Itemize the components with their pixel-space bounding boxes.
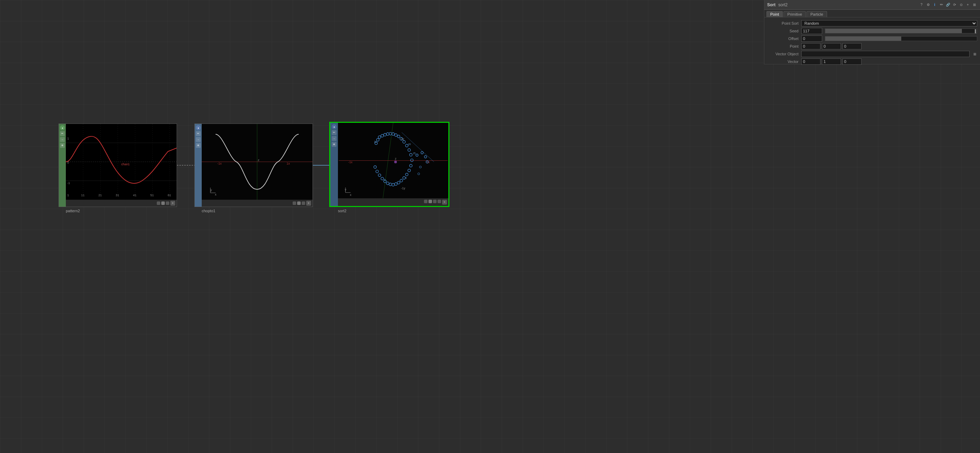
- connections-layer: [0, 0, 980, 453]
- svg-text:-1: -1: [67, 181, 70, 185]
- right-panel-title: Sort sort2 ? ⚙ i ✏ 🔗 ⟳ ⊙ + ⊞: [764, 0, 980, 10]
- pattern2-dot2[interactable]: [161, 201, 165, 205]
- panel-icon2[interactable]: 🔗: [945, 2, 951, 8]
- panel-icon3[interactable]: ⟳: [952, 2, 957, 8]
- svg-text:31: 31: [374, 141, 377, 143]
- vector-object-expand-btn[interactable]: ⊞: [972, 51, 977, 56]
- param-row-point-sort: Point Sort Random No Change Reverse Prox…: [764, 19, 980, 27]
- svg-text:0: 0: [67, 161, 69, 164]
- chopto1-waveform: -1x 1x z y x: [202, 124, 312, 200]
- param-row-vector-object: Vector Object ⊞: [764, 50, 980, 58]
- svg-text:chan1: chan1: [121, 163, 130, 166]
- param-row-point: Point: [764, 43, 980, 50]
- sort2-dot2[interactable]: [428, 200, 432, 203]
- svg-text:1: 1: [67, 193, 69, 197]
- pattern2-sidebar: ● ✏ → ⊕: [59, 124, 66, 207]
- node-sort2: ● ✏ → ⊕ -1x 1x z 1y -1y: [329, 122, 449, 207]
- vector-object-input[interactable]: [801, 51, 970, 57]
- svg-text:1: 1: [67, 137, 69, 140]
- offset-slider[interactable]: [825, 36, 977, 41]
- chopto1-btn-edit[interactable]: ✏: [196, 131, 200, 136]
- seed-slider[interactable]: [825, 29, 977, 33]
- pattern2-dot1[interactable]: [157, 201, 160, 205]
- panel-icon5[interactable]: +: [965, 2, 970, 8]
- pattern2-footer: +: [66, 200, 177, 207]
- pattern2-btn-view[interactable]: ●: [60, 125, 65, 130]
- sort2-btn-info[interactable]: ⊕: [332, 142, 337, 147]
- chopto1-footer: +: [202, 200, 312, 207]
- chopto1-sidebar: ● ✏ → ⊕: [195, 124, 202, 207]
- vector-y-input[interactable]: [822, 59, 841, 65]
- svg-text:31: 31: [116, 193, 119, 197]
- seed-label: Seed: [767, 29, 799, 33]
- chopto1-dot2[interactable]: [297, 201, 301, 205]
- chopto1-btn-view[interactable]: ●: [196, 125, 200, 130]
- vector-object-label: Vector Object: [767, 52, 799, 56]
- tab-particle[interactable]: Particle: [807, 11, 827, 17]
- chopto1-btn-info[interactable]: ⊕: [196, 143, 200, 148]
- point-x-input[interactable]: [801, 43, 821, 49]
- svg-point-87: [394, 161, 397, 163]
- panel-icon6[interactable]: ⊞: [972, 2, 977, 8]
- sort2-btn-flags[interactable]: →: [332, 136, 337, 141]
- svg-text:21: 21: [98, 193, 102, 197]
- svg-text:41: 41: [133, 193, 137, 197]
- sort2-dot3[interactable]: [433, 200, 436, 203]
- panel-help-btn[interactable]: ?: [919, 2, 924, 8]
- sort2-btn-edit[interactable]: ✏: [332, 130, 337, 135]
- panel-title-name: Sort: [767, 2, 775, 7]
- vector-label: Vector: [767, 60, 799, 64]
- svg-text:z: z: [395, 157, 396, 160]
- panel-tabs: Point Primitive Particle: [764, 10, 980, 17]
- point-sort-select[interactable]: Random No Change Reverse Proximity to Ce…: [801, 20, 977, 27]
- chopto1-dot1[interactable]: [293, 201, 296, 205]
- point-sort-label: Point Sort: [767, 21, 799, 25]
- svg-text:1x: 1x: [286, 162, 290, 165]
- vector-multi-input: [801, 59, 977, 65]
- svg-text:x: x: [350, 193, 352, 196]
- svg-text:11: 11: [81, 193, 85, 197]
- tab-primitive[interactable]: Primitive: [784, 11, 806, 17]
- offset-label: Offset: [767, 36, 799, 41]
- sort2-label: sort2: [338, 209, 346, 213]
- svg-text:-1y: -1y: [401, 187, 406, 190]
- canvas-area: ● ✏ → ⊕ 1 0: [0, 0, 980, 453]
- chopto1-btn-flags[interactable]: →: [196, 137, 200, 142]
- panel-gear-btn[interactable]: ⚙: [925, 2, 931, 8]
- point-multi-input: [801, 43, 977, 49]
- sort2-btn-view[interactable]: ●: [332, 124, 337, 129]
- chopto1-footer-controls: +: [293, 201, 311, 206]
- pattern2-btn-info[interactable]: ⊕: [60, 143, 65, 148]
- pattern2-add-btn[interactable]: +: [170, 201, 175, 206]
- chopto1-add-btn[interactable]: +: [306, 201, 311, 206]
- svg-text:-1x: -1x: [217, 162, 222, 165]
- panel-icon1[interactable]: ✏: [939, 2, 944, 8]
- sort2-content: -1x 1x z 1y -1y: [338, 123, 449, 198]
- panel-icon4[interactable]: ⊙: [958, 2, 964, 8]
- pattern2-btn-flags[interactable]: →: [60, 137, 65, 142]
- vector-x-input[interactable]: [801, 59, 821, 65]
- pattern2-btn-edit[interactable]: ✏: [60, 131, 65, 136]
- svg-text:-1x: -1x: [348, 160, 353, 164]
- tab-point[interactable]: Point: [767, 11, 783, 17]
- chopto1-label: chopto1: [202, 209, 215, 213]
- sort2-dot1[interactable]: [424, 200, 428, 203]
- sort2-visualization: -1x 1x z 1y -1y: [338, 123, 449, 198]
- chopto1-content: -1x 1x z y x: [202, 124, 312, 200]
- chopto1-dot3[interactable]: [302, 201, 305, 205]
- svg-text:5: 5: [406, 177, 407, 179]
- vector-z-input[interactable]: [842, 59, 862, 65]
- sort2-add-btn[interactable]: +: [442, 200, 447, 204]
- sort2-footer-controls: +: [424, 200, 447, 204]
- pattern2-dot3[interactable]: [166, 201, 169, 205]
- svg-text:0: 0: [384, 179, 385, 181]
- panel-info-btn[interactable]: i: [932, 2, 937, 8]
- panel-title-subtitle: sort2: [778, 2, 788, 7]
- seed-input[interactable]: 117: [801, 28, 822, 34]
- point-y-input[interactable]: [822, 43, 841, 49]
- offset-input[interactable]: 0: [801, 35, 822, 42]
- sort2-dot4[interactable]: [438, 200, 441, 203]
- svg-text:x: x: [215, 193, 217, 196]
- point-z-input[interactable]: [842, 43, 862, 49]
- pattern2-content: 1 0 -1 chan1 1 11 21 31 41 51 61: [66, 124, 177, 200]
